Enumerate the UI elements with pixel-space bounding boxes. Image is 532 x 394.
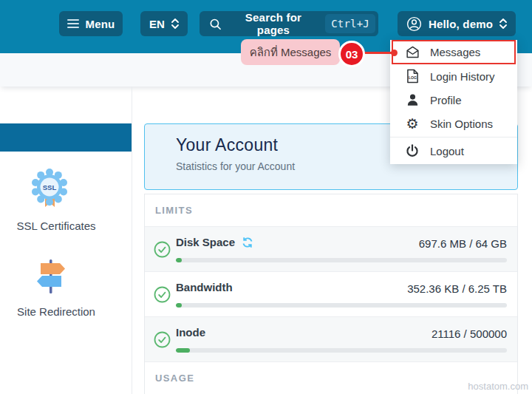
sidebar-item-site-redirection[interactable] [33, 259, 67, 299]
stat-row-inode: Inode 21116 / 500000 [145, 316, 517, 361]
menu-item-skin-options-label: Skin Options [430, 118, 493, 130]
envelope-icon [404, 45, 420, 59]
chevron-updown-icon [499, 18, 507, 30]
menu-button-label: Menu [86, 18, 115, 30]
menu-item-profile[interactable]: Profile [390, 88, 517, 112]
svg-text:LOG: LOG [408, 75, 416, 80]
sidebar-item-redirect-label[interactable]: Site Redirection [0, 305, 112, 318]
bandwidth-progressbar [176, 303, 507, 308]
log-file-icon: LOG [404, 69, 420, 84]
tutorial-step-badge: 03 [338, 41, 365, 67]
menu-item-profile-label: Profile [430, 94, 462, 106]
keyboard-shortcut-badge: Ctrl+J [325, 14, 375, 33]
hamburger-icon [67, 19, 79, 28]
user-menu-button[interactable]: Hello, demo [398, 11, 516, 36]
menu-item-logout-label: Logout [430, 145, 464, 157]
screen: Menu EN Search for pages Ctrl+J Hello, [0, 0, 532, 394]
menu-item-login-history[interactable]: LOG Login History [390, 64, 517, 88]
check-circle-icon [154, 241, 171, 258]
usage-section-header: USAGE [145, 361, 517, 393]
person-icon [404, 93, 420, 106]
menu-item-skin-options[interactable]: ⚙ Skin Options [390, 112, 517, 135]
menu-separator [390, 137, 517, 137]
sidebar-divider [132, 86, 132, 394]
menu-item-messages[interactable]: Messages [392, 40, 516, 64]
search-button-label: Search for pages [228, 11, 319, 36]
user-greeting-label: Hello, demo [429, 18, 493, 30]
tutorial-connector-line [362, 52, 395, 54]
inode-value: 21116 / 500000 [432, 327, 507, 340]
bandwidth-value: 352.36 KB / 6.25 TB [407, 282, 507, 295]
disk-space-progressbar [176, 258, 507, 262]
sidebar-active-item[interactable] [0, 123, 132, 152]
svg-text:SSL: SSL [43, 183, 57, 191]
disk-space-label: Disk Space [176, 236, 235, 248]
sidebar-item-ssl-certificates[interactable]: SSL [30, 167, 69, 214]
disk-space-value: 697.6 MB / 64 GB [419, 237, 507, 250]
refresh-icon[interactable] [242, 237, 253, 248]
ssl-badge-icon: SSL [30, 167, 69, 211]
chevron-updown-icon [171, 18, 179, 30]
user-dropdown-menu: Messages LOG Login History Profile [390, 40, 517, 164]
gear-icon: ⚙ [404, 117, 420, 131]
inode-label: Inode [176, 326, 205, 339]
stat-row-bandwidth: Bandwidth 352.36 KB / 6.25 TB [145, 271, 517, 316]
power-icon [404, 144, 420, 157]
bandwidth-label: Bandwidth [176, 281, 233, 293]
inode-progressbar [176, 348, 507, 353]
sidebar-item-ssl-label[interactable]: SSL Certificates [0, 220, 112, 232]
account-statistics-card: LIMITS Disk Space 697.6 MB / 64 GB [144, 194, 518, 394]
user-avatar-icon [406, 16, 422, 32]
menu-item-logout[interactable]: Logout [390, 139, 517, 163]
check-circle-icon [154, 286, 171, 303]
tutorial-connector-dot [391, 50, 398, 56]
menu-button[interactable]: Menu [59, 11, 123, 36]
menu-item-login-history-label: Login History [430, 70, 495, 83]
watermark: hostatom.com [468, 381, 528, 392]
search-icon [209, 18, 222, 30]
stat-row-disk-space: Disk Space 697.6 MB / 64 GB [145, 226, 517, 271]
search-button[interactable]: Search for pages Ctrl+J [200, 11, 378, 36]
check-circle-icon [154, 331, 171, 348]
menu-item-messages-label: Messages [430, 46, 480, 58]
language-button[interactable]: EN [140, 11, 188, 36]
tutorial-annotation: คลิกที่ Messages [241, 39, 340, 65]
signpost-icon [33, 259, 67, 296]
limits-section-header: LIMITS [145, 194, 517, 226]
language-label: EN [149, 18, 165, 30]
